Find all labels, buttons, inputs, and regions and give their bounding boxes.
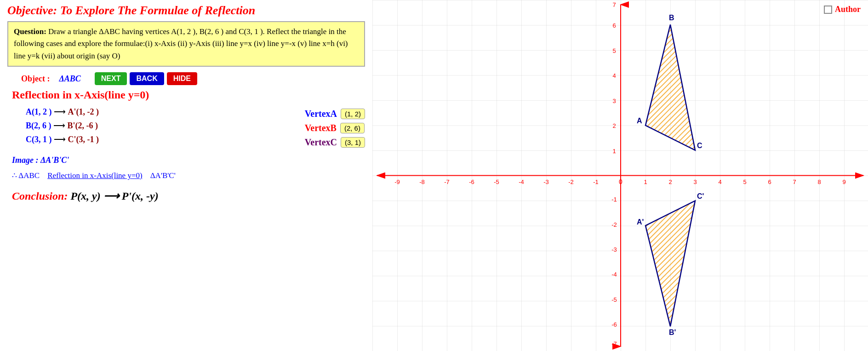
svg-text:5: 5 [743, 178, 746, 185]
svg-text:-4: -4 [519, 178, 524, 185]
svg-text:-5: -5 [611, 296, 617, 303]
object-value: ΔABC [59, 74, 80, 84]
label-b-prime: B' [669, 328, 676, 336]
svg-text:4: 4 [612, 72, 616, 79]
label-c: C [697, 142, 702, 150]
mappings-area: A(1, 2 ) ⟶ A'(1, -2 ) B(2, 6 ) ⟶ B'(2, -… [26, 107, 365, 148]
vertex-a-row: VertexA (1, 2) [305, 109, 365, 119]
label-c-prime: C' [697, 192, 704, 200]
svg-text:6: 6 [612, 22, 616, 29]
svg-text:8: 8 [817, 178, 821, 185]
svg-text:-3: -3 [611, 246, 617, 253]
mappings-list: A(1, 2 ) ⟶ A'(1, -2 ) B(2, 6 ) ⟶ B'(2, -… [26, 107, 291, 148]
back-button[interactable]: BACK [130, 72, 164, 85]
page-title: Objective: To Explore The Formulae of Re… [7, 4, 365, 17]
question-label: Question: [14, 27, 46, 36]
therefore-underline: Reflection in x-Axis(line y=0) [47, 171, 142, 180]
image-label-text: Image : [12, 155, 39, 165]
svg-text:-9: -9 [394, 178, 400, 185]
reflection-title: Reflection in x-Axis(line y=0) [12, 89, 365, 101]
svg-text:-7: -7 [611, 340, 617, 347]
question-box: Question: Draw a triangle ΔABC having ve… [7, 21, 365, 67]
button-group: NEXT BACK HIDE [95, 72, 197, 85]
author-checkbox[interactable] [824, 6, 832, 14]
vertex-a-label: VertexA [305, 109, 337, 119]
label-a-prime: A' [637, 218, 644, 226]
svg-text:7: 7 [612, 1, 616, 8]
svg-text:3: 3 [693, 178, 697, 185]
left-panel: Objective: To Explore The Formulae of Re… [0, 0, 372, 351]
mapping-c: C(3, 1 ) ⟶ C'(3, -1 ) [26, 134, 291, 144]
svg-text:-2: -2 [568, 178, 574, 185]
next-button[interactable]: NEXT [95, 72, 127, 85]
object-label: Object : [21, 74, 50, 84]
author-badge: Author [824, 5, 861, 14]
svg-text:7: 7 [793, 178, 796, 185]
hide-button[interactable]: HIDE [167, 72, 197, 85]
conclusion-label: Conclusion: [12, 190, 68, 202]
svg-text:-1: -1 [593, 178, 599, 185]
svg-text:-7: -7 [444, 178, 450, 185]
mapping-a: A(1, 2 ) ⟶ A'(1, -2 ) [26, 107, 291, 117]
vertex-c-label: VertexC [305, 137, 337, 148]
svg-text:-3: -3 [543, 178, 549, 185]
mapping-b: B(2, 6 ) ⟶ B'(2, -6 ) [26, 121, 291, 131]
vertex-b-row: VertexB (2, 6) [305, 123, 365, 133]
therefore-row: ∴ ΔABC Reflection in x-Axis(line y=0) ΔA… [12, 171, 365, 180]
vertex-c-badge: (3, 1) [341, 137, 365, 148]
svg-text:-6: -6 [611, 321, 617, 328]
vertex-a-badge: (1, 2) [341, 109, 365, 119]
svg-text:-5: -5 [494, 178, 499, 185]
conclusion: Conclusion: P(x, y) ⟶ P'(x, -y) [12, 190, 365, 202]
svg-text:9: 9 [842, 178, 845, 185]
svg-text:-2: -2 [611, 221, 617, 228]
conclusion-formula: P(x, y) ⟶ P'(x, -y) [70, 190, 158, 202]
label-b: B [669, 14, 674, 22]
svg-text:-8: -8 [419, 178, 425, 185]
svg-text:-4: -4 [611, 271, 617, 278]
svg-text:1: 1 [612, 148, 616, 155]
svg-text:1: 1 [644, 178, 647, 185]
author-label: Author [835, 5, 861, 14]
svg-text:2: 2 [612, 122, 616, 129]
object-row: Object : ΔABC NEXT BACK HIDE [21, 72, 365, 85]
question-text: Draw a triangle ΔABC having vertices A(1… [14, 27, 348, 60]
vertex-panel: VertexA (1, 2) VertexB (2, 6) VertexC (3… [305, 109, 365, 148]
svg-text:3: 3 [612, 98, 616, 104]
svg-text:2: 2 [668, 178, 672, 185]
svg-text:0: 0 [619, 178, 622, 185]
image-label: Image : ΔA'B'C' [12, 155, 365, 165]
svg-text:4: 4 [718, 178, 721, 185]
svg-text:6: 6 [768, 178, 771, 185]
label-a: A [637, 117, 642, 125]
image-value: ΔA'B'C' [40, 155, 69, 165]
svg-text:-1: -1 [611, 196, 617, 203]
svg-text:5: 5 [612, 47, 616, 54]
vertex-b-badge: (2, 6) [340, 123, 365, 133]
vertex-c-row: VertexC (3, 1) [305, 137, 365, 148]
right-panel: Author [372, 0, 868, 351]
coordinate-graph: 0 1 2 3 4 5 6 7 8 9 -1 -2 -3 -4 -5 -6 -7… [372, 0, 868, 351]
svg-text:-6: -6 [469, 178, 474, 185]
vertex-b-label: VertexB [305, 123, 337, 133]
